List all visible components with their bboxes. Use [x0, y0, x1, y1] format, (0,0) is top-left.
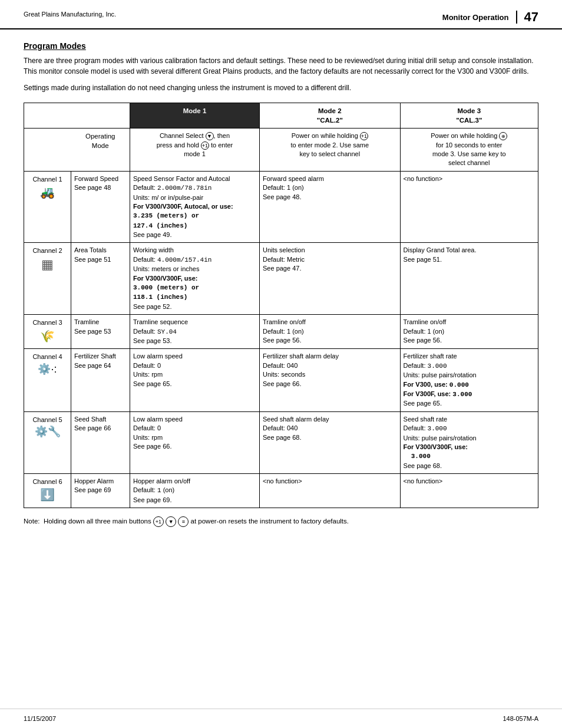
channel-4-func: Fertilizer ShaftSee page 64: [71, 349, 130, 411]
channel-3-mode3: Tramline on/off Default: 1 (on) See page…: [400, 315, 538, 349]
header-empty-2: [71, 103, 130, 129]
page-footer: 11/15/2007 148-057M-A: [0, 709, 562, 728]
channel-4-mode2: Fertilizer shaft alarm delay Default: 04…: [260, 349, 401, 411]
op-mode-empty: [24, 129, 71, 172]
channel-5-label: Channel 5 ⚙️🔧: [24, 411, 71, 473]
channel-5-mode2: Seed shaft alarm delay Default: 040 See …: [260, 411, 401, 473]
channel-6-mode1: Hopper alarm on/off Default: 1 (on) See …: [130, 474, 260, 508]
btn-icon-menu: ≡: [178, 516, 189, 527]
channel-5-mode1: Low alarm speed Default: 0 Units: rpm Se…: [130, 411, 260, 473]
page: Great Plains Manufacturing, Inc. Monitor…: [0, 0, 562, 728]
channel-6-mode2: <no function>: [260, 474, 401, 508]
op-mode-mode3: Power on while holding ⊕for 10 seconds t…: [400, 129, 538, 172]
channel-1-mode2: Forward speed alarm Default: 1 (on) See …: [260, 171, 401, 243]
table-row: Channel 4 ⚙️·: Fertilizer ShaftSee page …: [24, 349, 538, 411]
channel-2-mode3: Display Grand Total area.See page 51.: [400, 243, 538, 315]
channel-2-label: Channel 2 ▦: [24, 243, 71, 315]
table-row: Channel 2 ▦ Area TotalsSee page 51 Worki…: [24, 243, 538, 315]
channel-3-mode2: Tramline on/off Default: 1 (on) See page…: [260, 315, 401, 349]
mode2-subtitle: "CAL.2": [317, 117, 343, 124]
btn-icon-plus1: +1: [153, 516, 164, 527]
table-row: Channel 6 ⬇️ Hopper AlarmSee page 69 Hop…: [24, 474, 538, 508]
section-title: Monitor Operation: [442, 13, 509, 22]
channel-5-func: Seed ShaftSee page 66: [71, 411, 130, 473]
channel-2-func: Area TotalsSee page 51: [71, 243, 130, 315]
channel-1-label: Channel 1 🚜: [24, 171, 71, 243]
channel-5-mode3: Seed shaft rate Default: 3.000 Units: pu…: [400, 411, 538, 473]
mode2-header: Mode 2"CAL.2": [260, 103, 401, 129]
channel-2-mode1: Working width Default: 4.000m/157.4in Un…: [130, 243, 260, 315]
bottom-note: Note: Holding down all three main button…: [24, 516, 538, 527]
channel-1-func: Forward SpeedSee page 48: [71, 171, 130, 243]
channel-4-label: Channel 4 ⚙️·:: [24, 349, 71, 411]
channel-4-mode1: Low alarm speed Default: 0 Units: rpm Se…: [130, 349, 260, 411]
table-row: Channel 3 🌾 TramlineSee page 53 Tramline…: [24, 315, 538, 349]
footer-date: 11/15/2007: [24, 715, 56, 722]
intro-paragraph-1: There are three program modes with vario…: [24, 55, 538, 77]
channel-1-mode1: Speed Sensor Factor and Autocal Default:…: [130, 171, 260, 243]
channel-6-label: Channel 6 ⬇️: [24, 474, 71, 508]
channel-1-mode3: <no function>: [400, 171, 538, 243]
header-right: Monitor Operation 47: [442, 11, 538, 24]
header-empty-1: [24, 103, 71, 129]
page-number: 47: [516, 11, 538, 24]
operating-mode-label: OperatingMode: [71, 129, 130, 172]
channel-6-mode3: <no function>: [400, 474, 538, 508]
op-mode-mode1: Channel Select ▼, thenpress and hold +1 …: [130, 129, 260, 172]
company-name: Great Plains Manufacturing, Inc.: [24, 11, 116, 18]
channel-2-mode2: Units selection Default: Metric See page…: [260, 243, 401, 315]
table-row: Channel 1 🚜 Forward SpeedSee page 48 Spe…: [24, 171, 538, 243]
modes-table: Mode 1 Mode 2"CAL.2" Mode 3"CAL.3" Opera…: [24, 103, 538, 508]
channel-6-func: Hopper AlarmSee page 69: [71, 474, 130, 508]
btn-icon-down: ▼: [166, 516, 176, 527]
channel-3-label: Channel 3 🌾: [24, 315, 71, 349]
mode3-header: Mode 3"CAL.3": [400, 103, 538, 129]
footer-doc-number: 148-057M-A: [503, 715, 538, 722]
section-heading: Program Modes: [24, 41, 538, 51]
channel-3-mode1: Tramline sequence Default: SY.04 See pag…: [130, 315, 260, 349]
mode1-header: Mode 1: [130, 103, 260, 129]
intro-paragraph-2: Settings made during installation do not…: [24, 83, 538, 93]
channel-4-mode3: Fertilizer shaft rate Default: 3.000 Uni…: [400, 349, 538, 411]
op-mode-mode2: Power on while holding +1to enter mode 2…: [260, 129, 401, 172]
table-row: Channel 5 ⚙️🔧 Seed ShaftSee page 66 Low …: [24, 411, 538, 473]
page-header: Great Plains Manufacturing, Inc. Monitor…: [0, 0, 562, 29]
channel-3-func: TramlineSee page 53: [71, 315, 130, 349]
mode3-subtitle: "CAL.3": [456, 117, 482, 124]
content-area: Program Modes There are three program mo…: [0, 29, 562, 539]
